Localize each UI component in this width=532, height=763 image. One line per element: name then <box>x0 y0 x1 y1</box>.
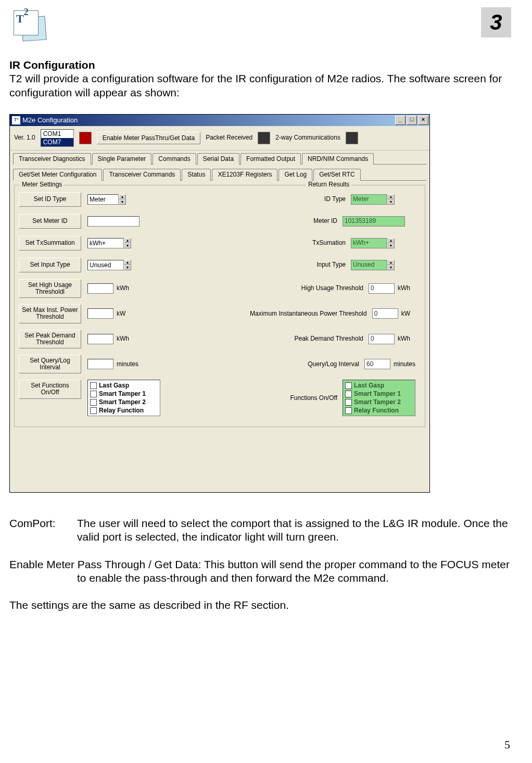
input-type-return-label: Input Type <box>131 261 351 269</box>
functions-return-item-4: Relay Function <box>354 406 399 415</box>
input-type-input[interactable] <box>87 260 124 270</box>
row-max-inst: Set Max Inst. Power Threshold kW Maximum… <box>19 304 421 323</box>
row-meter-id: Set Meter ID Meter ID 101353189 <box>19 214 421 229</box>
set-high-usage-button[interactable]: Set High Usage Thresholdl <box>19 279 81 298</box>
query-log-input[interactable] <box>87 359 113 369</box>
checkbox-icon <box>345 399 352 406</box>
checkbox-icon[interactable] <box>90 407 97 414</box>
set-query-log-button[interactable]: Set Query/Log Interval <box>19 355 81 373</box>
set-peak-demand-button[interactable]: Set Peak Demand Threshold <box>19 330 81 348</box>
meter-id-return-label: Meter ID <box>140 217 343 225</box>
input-type-return-value: Unused <box>351 260 387 270</box>
set-meter-id-button[interactable]: Set Meter ID <box>19 214 81 229</box>
minimize-button[interactable]: _ <box>395 116 406 125</box>
checkbox-icon[interactable] <box>90 399 97 406</box>
tab-nrd-nim-commands[interactable]: NRD/NIM Commands <box>302 153 374 165</box>
comport-term: ComPort: <box>9 517 77 544</box>
set-functions-button[interactable]: Set Functions On/Off <box>19 380 81 398</box>
meter-id-return-value: 101353189 <box>343 216 405 227</box>
tab-xe1203f-registers[interactable]: XE1203F Registers <box>212 169 277 181</box>
tab-single-parameter[interactable]: Single Parameter <box>92 153 152 165</box>
two-way-label: 2-way Communications <box>275 134 340 142</box>
txsummation-return-label: TxSumation <box>131 239 351 247</box>
tab-formatted-output[interactable]: Formatted Output <box>240 153 301 165</box>
peak-demand-return-label: Peak Demand Threshold <box>129 335 369 343</box>
section-heading: IR Configuration <box>9 59 95 71</box>
spin-down-icon[interactable]: ▼ <box>119 199 126 205</box>
max-inst-return-label: Maximum Instantaneous Power Threshold <box>125 310 372 318</box>
spin-up-icon[interactable]: ▲ <box>119 194 126 199</box>
set-id-type-button[interactable]: Set ID Type <box>19 192 81 207</box>
id-type-spinner[interactable]: ▲▼ <box>87 194 126 205</box>
high-usage-return-unit: kWh <box>398 284 410 292</box>
row-txsummation: Set TxSummation ▲▼ TxSumation kWh+ ▲▼ <box>19 235 421 251</box>
txsummation-spinner[interactable]: ▲▼ <box>87 238 131 248</box>
txsummation-input[interactable] <box>87 238 124 248</box>
input-type-spinner[interactable]: ▲▼ <box>87 260 131 270</box>
two-way-indicator <box>346 132 358 144</box>
checkbox-icon[interactable] <box>90 391 97 397</box>
functions-item-2: Smart Tamper 1 <box>99 390 146 398</box>
tab-commands[interactable]: Commands <box>153 153 196 165</box>
row-functions: Set Functions On/Off Last Gasp Smart Tam… <box>19 380 421 416</box>
tab-transceiver-diagnostics[interactable]: Transceiver Diagnostics <box>13 153 91 165</box>
high-usage-input[interactable] <box>87 283 113 294</box>
id-type-return-value: Meter <box>351 194 387 205</box>
version-label: Ver. 1.0 <box>14 134 35 142</box>
high-usage-return-label: High Usage Threshold <box>129 284 369 292</box>
tab-serial-data[interactable]: Serial Data <box>197 153 239 165</box>
comport-option-2[interactable]: COM7 <box>41 138 73 146</box>
tab-get-set-rtc[interactable]: Get/Set RTC <box>313 169 360 181</box>
max-inst-input[interactable] <box>87 308 113 319</box>
row-id-type: Set ID Type ▲▼ ID Type Meter ▲▼ <box>19 192 421 207</box>
functions-return-group: Last Gasp Smart Tamper 1 Smart Tamper 2 … <box>343 380 415 416</box>
high-usage-return-value: 0 <box>369 283 395 294</box>
txsummation-return-value: kWh+ <box>351 238 387 248</box>
max-inst-return-value: 0 <box>372 308 398 319</box>
set-max-inst-button[interactable]: Set Max Inst. Power Threshold <box>19 304 81 323</box>
peak-demand-return-unit: kWh <box>398 335 410 343</box>
functions-return-item-3: Smart Tamper 2 <box>354 398 401 406</box>
query-log-unit: minutes <box>117 360 138 368</box>
t2-logo: T2 <box>9 6 46 43</box>
high-usage-unit: kWh <box>117 284 129 292</box>
set-input-type-button[interactable]: Set Input Type <box>19 258 81 272</box>
enable-passthru-button[interactable]: Enable Meter PassThru/Get Data <box>97 132 200 144</box>
comport-description: The user will need to select the comport… <box>77 517 511 544</box>
row-peak-demand: Set Peak Demand Threshold kWh Peak Deman… <box>19 330 421 348</box>
id-type-return-label: ID Type <box>126 195 351 203</box>
page-number: 5 <box>504 738 510 752</box>
tab-row-2: Get/Set Meter Configuration Transceiver … <box>10 165 429 181</box>
return-results-legend: Return Results <box>306 181 351 189</box>
app-window: T² M2e Configuration _ □ × Ver. 1.0 COM1… <box>9 114 430 493</box>
close-button[interactable]: × <box>418 116 428 125</box>
functions-checkbox-group[interactable]: Last Gasp Smart Tamper 1 Smart Tamper 2 … <box>87 380 160 416</box>
footer-note: The settings are the same as described i… <box>9 598 511 612</box>
window-title: M2e Configuration <box>22 116 78 124</box>
peak-demand-unit: kWh <box>117 335 129 343</box>
maximize-button[interactable]: □ <box>407 116 417 125</box>
tab-content: Meter Settings Return Results Set ID Typ… <box>10 181 429 492</box>
chapter-number-box: 3 <box>481 7 511 37</box>
id-type-input[interactable] <box>87 194 119 205</box>
tab-get-set-meter-config[interactable]: Get/Set Meter Configuration <box>13 169 102 181</box>
tab-status[interactable]: Status <box>182 169 211 181</box>
enable-description: Enable Meter Pass Through / Get Data: Th… <box>9 558 511 585</box>
intro-paragraph: T2 will provide a configuration software… <box>9 72 511 99</box>
comport-list[interactable]: COM1 COM7 <box>41 129 74 147</box>
meter-id-input[interactable] <box>87 216 140 227</box>
set-txsummation-button[interactable]: Set TxSummation <box>19 236 81 251</box>
checkbox-icon[interactable] <box>90 382 97 389</box>
tab-get-log[interactable]: Get Log <box>278 169 312 181</box>
functions-return-item-1: Last Gasp <box>354 381 384 390</box>
functions-return-label: Functions On/Off <box>160 394 343 402</box>
checkbox-icon <box>345 391 352 397</box>
max-inst-unit: kW <box>117 310 125 318</box>
chapter-number: 3 <box>490 10 502 35</box>
query-log-return-label: Query/Log Interval <box>138 360 364 368</box>
comport-option-1[interactable]: COM1 <box>41 130 73 138</box>
peak-demand-input[interactable] <box>87 334 113 344</box>
functions-return-item-2: Smart Tamper 1 <box>354 390 401 398</box>
functions-item-3: Smart Tamper 2 <box>99 398 146 406</box>
tab-transceiver-commands[interactable]: Transceiver Commands <box>103 169 181 181</box>
